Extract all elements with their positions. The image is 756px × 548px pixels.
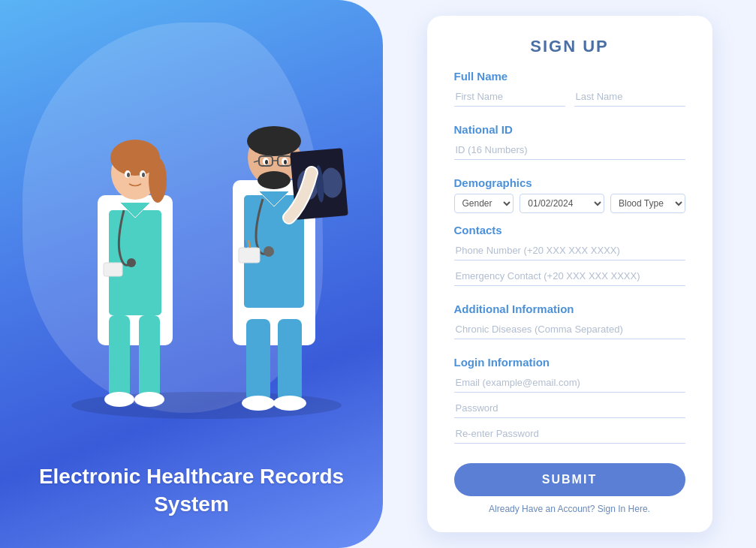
signin-link[interactable]: Already Have an Account? Sign In Here. bbox=[454, 504, 685, 514]
form-title: SIGN UP bbox=[454, 37, 685, 56]
submit-button[interactable]: SUBMIT bbox=[454, 463, 685, 496]
svg-point-9 bbox=[142, 173, 145, 177]
svg-point-8 bbox=[127, 173, 130, 177]
gender-select[interactable]: Gender Male Female bbox=[454, 194, 514, 213]
svg-rect-12 bbox=[109, 315, 130, 398]
fullname-section-label: Full Name bbox=[454, 70, 685, 83]
password-input[interactable] bbox=[454, 399, 685, 418]
svg-point-15 bbox=[134, 392, 164, 407]
dob-select[interactable]: 01/02/2024 bbox=[520, 194, 604, 213]
svg-point-20 bbox=[258, 171, 291, 189]
svg-point-40 bbox=[242, 396, 275, 411]
svg-rect-31 bbox=[239, 248, 260, 263]
contacts-section-label: Contacts bbox=[454, 224, 685, 236]
svg-rect-39 bbox=[278, 319, 302, 402]
phone-input[interactable] bbox=[454, 241, 685, 260]
signup-form-card: SIGN UP Full Name National ID Demographi… bbox=[427, 16, 712, 532]
additional-info-section-label: Additional Information bbox=[454, 303, 685, 315]
right-panel: SIGN UP Full Name National ID Demographi… bbox=[383, 0, 756, 548]
svg-point-41 bbox=[273, 396, 306, 411]
svg-point-10 bbox=[127, 258, 136, 267]
demographics-row: Gender Male Female 01/02/2024 Blood Type… bbox=[454, 194, 685, 213]
app-title: Electronic Healthcare Records System bbox=[0, 463, 383, 518]
demographics-section-label: Demographics bbox=[454, 176, 685, 189]
svg-point-28 bbox=[265, 160, 268, 164]
svg-point-14 bbox=[104, 392, 134, 407]
doctors-illustration bbox=[15, 30, 383, 420]
svg-rect-11 bbox=[104, 263, 122, 276]
re-password-input[interactable] bbox=[454, 424, 685, 444]
national-id-input[interactable] bbox=[454, 140, 685, 160]
blood-type-select[interactable]: Blood Type A+ A- B+ B- AB+ AB- O+ O- bbox=[610, 194, 685, 213]
nationalid-section-label: National ID bbox=[454, 123, 685, 136]
svg-rect-13 bbox=[139, 315, 160, 398]
login-info-section-label: Login Information bbox=[454, 356, 685, 369]
svg-rect-38 bbox=[246, 319, 270, 402]
svg-point-29 bbox=[284, 160, 287, 164]
name-row bbox=[454, 87, 685, 113]
svg-point-5 bbox=[149, 158, 167, 203]
email-input[interactable] bbox=[454, 373, 685, 393]
svg-point-30 bbox=[264, 246, 274, 257]
first-name-input[interactable] bbox=[454, 87, 565, 107]
left-panel: Electronic Healthcare Records System bbox=[0, 0, 383, 548]
svg-point-19 bbox=[247, 126, 301, 156]
emergency-contact-input[interactable] bbox=[454, 266, 685, 286]
last-name-input[interactable] bbox=[574, 87, 685, 107]
chronic-diseases-input[interactable] bbox=[454, 320, 685, 339]
